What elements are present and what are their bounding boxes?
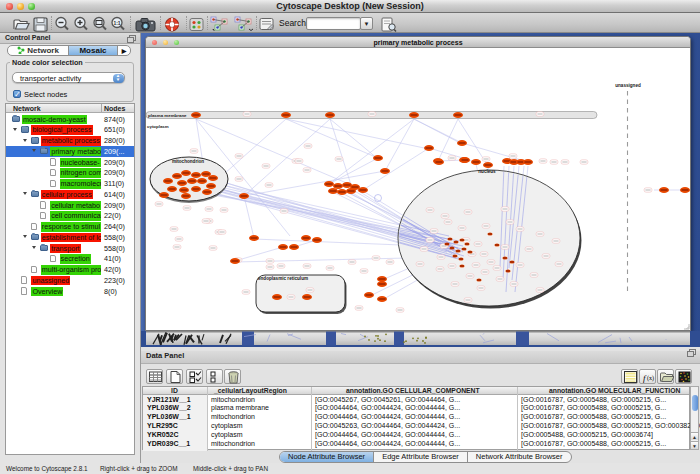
svg-text:(x): (x) <box>647 375 654 382</box>
svg-text:cytoplasm: cytoplasm <box>147 124 169 129</box>
svg-text:unassigned: unassigned <box>615 83 641 88</box>
svg-text:plasma membrane: plasma membrane <box>148 113 187 118</box>
svg-text:endoplasmic reticulum: endoplasmic reticulum <box>258 276 308 281</box>
svg-text:1:1: 1:1 <box>113 19 120 25</box>
svg-text:nucleus: nucleus <box>478 169 496 174</box>
svg-text:mitochondrion: mitochondrion <box>172 159 204 164</box>
